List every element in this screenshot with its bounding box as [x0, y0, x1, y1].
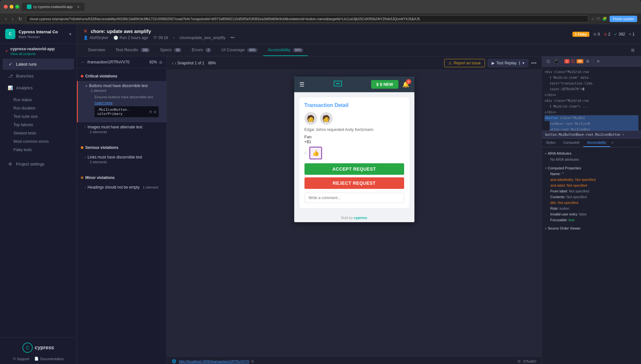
- run-separator: ›: [173, 36, 174, 40]
- tab-ui-coverage[interactable]: UI Coverage 49%: [217, 44, 262, 56]
- next-snapshot-button[interactable]: ›: [175, 61, 176, 66]
- learn-more-link[interactable]: Learn more: [95, 101, 112, 105]
- violation-buttons-header: ▾ Buttons must have discernible text: [86, 84, 162, 88]
- app-container: C Cypress Internal Co Mark Noonan ▾ ✕ cy…: [0, 24, 641, 364]
- target-icon[interactable]: ⊡: [154, 110, 156, 114]
- forward-button[interactable]: ›: [11, 16, 15, 22]
- cypress-logo-text: cypress: [35, 345, 54, 351]
- sidebar-item-latest-runs[interactable]: ✓ Latest runs: [3, 59, 74, 70]
- code-line-2: t MuiGrid-item" data-: [550, 75, 638, 81]
- minor-violations-section: Minor violations › Headings should not b…: [77, 170, 166, 195]
- copy-url-icon[interactable]: ⎘: [252, 360, 254, 363]
- notification-button[interactable]: 🔔 9: [402, 81, 409, 88]
- test-replay-button[interactable]: ▶ Test Replay 1 ▾: [487, 59, 529, 67]
- source-order-header[interactable]: ▸ Source Order Viewer: [545, 225, 638, 231]
- devtools-warn-badge: 46: [577, 59, 583, 63]
- tab-close-button[interactable]: ✕: [77, 5, 79, 9]
- more-options-button[interactable]: •••: [531, 60, 537, 66]
- documentation-link[interactable]: 📄 Documentation: [34, 357, 64, 361]
- sidebar-item-run-duration[interactable]: Run duration: [0, 104, 77, 112]
- browser-tab[interactable]: cy cypress-realworld-app ✕: [22, 3, 85, 11]
- reload-button[interactable]: ↻: [17, 16, 23, 22]
- url-bar[interactable]: [26, 15, 588, 22]
- copy-icon[interactable]: ⎘: [150, 110, 152, 114]
- tab-test-results[interactable]: Test Results 395: [111, 44, 154, 56]
- minimize-button[interactable]: [10, 5, 13, 9]
- run-more-icon[interactable]: •••: [230, 36, 235, 40]
- project-item[interactable]: ✕ cypress-realworld-app View all project…: [0, 44, 77, 58]
- sidebar-item-analytics[interactable]: 📊 Analytics: [3, 82, 74, 93]
- computed-properties-header[interactable]: ▾ Computed Properties: [545, 165, 638, 171]
- grid-view-icon[interactable]: ⊞: [631, 48, 635, 53]
- sidebar-item-flaky-tests[interactable]: Flaky tests: [0, 146, 77, 154]
- violation-item-buttons[interactable]: ▾ Buttons must have discernible text 1 e…: [77, 81, 166, 122]
- tab-specs[interactable]: Specs 58: [155, 44, 186, 56]
- critical-dot: [81, 75, 83, 77]
- aria-label-value: Not specified: [567, 183, 587, 187]
- back-button[interactable]: ‹: [4, 16, 8, 22]
- sidebar-item-test-suite-size[interactable]: Test suite size: [0, 112, 77, 121]
- sidebar-item-run-status[interactable]: Run status: [0, 96, 77, 104]
- tab-errors[interactable]: Errors 2: [187, 44, 216, 56]
- sender-avatar: 🧑: [304, 112, 317, 125]
- finish-update-button[interactable]: Finish update: [610, 16, 637, 22]
- source-order-label: Source Order Viewer: [548, 226, 581, 230]
- expand-icon-2: ▸: [545, 227, 546, 230]
- sidebar-item-slowest-tests[interactable]: Slowest tests: [0, 129, 77, 137]
- devtools-tab-accessibility[interactable]: Accessibility: [583, 139, 610, 147]
- sidebar-item-branches[interactable]: ⎇ Branches: [3, 70, 74, 82]
- aria-attributes-header[interactable]: ▸ ARIA Attributes: [545, 150, 638, 156]
- new-transaction-button[interactable]: $ $ NEW: [371, 80, 398, 89]
- sidebar-header[interactable]: C Cypress Internal Co Mark Noonan ▾: [0, 24, 77, 44]
- violation-headings-count: 1 element: [143, 185, 158, 189]
- source-order-section: ▸ Source Order Viewer: [545, 225, 638, 231]
- focusable-property: Focusable: true: [545, 217, 638, 223]
- preview-url[interactable]: http://localhost:3000/transaction/1RTRvV…: [179, 360, 249, 363]
- like-icon[interactable]: 👍: [312, 150, 319, 157]
- contents-value: Not specified: [566, 195, 587, 199]
- devtools-close-icon[interactable]: ✕: [595, 58, 601, 64]
- devtools-element-bar[interactable]: button.MuiButtonBase-root.MuiIconButton …: [542, 131, 641, 139]
- devtools-tab-computed[interactable]: Computed: [559, 139, 583, 147]
- back-arrow[interactable]: ←: [81, 60, 85, 65]
- violation-item-headings[interactable]: › Headings should not be empty 1 element: [77, 182, 166, 192]
- puzzle-icon[interactable]: 🧩: [602, 17, 607, 21]
- hamburger-icon[interactable]: ☰: [299, 81, 304, 88]
- title-property: title: Not specified: [545, 200, 638, 206]
- filter-icon[interactable]: ⊘: [159, 60, 162, 65]
- element-selector[interactable]: .MuiIconButton-colorPrimary ⎘ ⊡: [95, 106, 159, 117]
- sidebar-item-project-settings[interactable]: ⚙ Project settings: [3, 158, 74, 170]
- devtools-inspect-icon[interactable]: ⊡: [545, 58, 551, 64]
- report-issue-button[interactable]: ⚠ Report an issue: [444, 59, 485, 67]
- close-button[interactable]: [4, 5, 8, 9]
- org-info: Cypress Internal Co Mark Noonan: [19, 29, 66, 39]
- star-icon[interactable]: ☆: [591, 17, 595, 21]
- view-all-projects-link[interactable]: View all projects: [10, 52, 55, 56]
- preview-area: ‹ › Snapshot 1 of 1 89% ⚠ Report an issu…: [167, 56, 542, 364]
- devtools-device-icon[interactable]: 📱: [553, 58, 560, 64]
- maximize-button[interactable]: [15, 5, 19, 9]
- violation-item-images[interactable]: › Images must have alternate text 2 elem…: [77, 122, 166, 136]
- tab-accessibility[interactable]: Accessibility 90%: [263, 44, 307, 56]
- run-info: ✕ chore: update aws amplify 👤 AtofStryke…: [83, 28, 235, 40]
- transaction-title: Transaction Detail: [304, 102, 404, 108]
- tab-title: cy cypress-realworld-app: [33, 5, 72, 9]
- violation-links-title: Links must have discernible text: [87, 155, 142, 159]
- comment-input[interactable]: [304, 193, 404, 203]
- app-content: Transaction Detail 🧑 🧑 Edgar Johns reque…: [294, 92, 414, 213]
- devtools-tab-styles[interactable]: Styles: [542, 139, 559, 147]
- sidebar-item-top-failures[interactable]: Top failures: [0, 121, 77, 129]
- aria-labelledby-property: aria-labelledby: Not specified: [545, 177, 638, 182]
- devtools-settings-icon[interactable]: ⚙: [585, 58, 591, 64]
- role-label: Role:: [550, 206, 559, 210]
- support-link[interactable]: ⊙ Support: [13, 357, 29, 361]
- transaction-avatars: 🧑 🧑: [304, 112, 404, 125]
- reject-request-button[interactable]: REJECT REQUEST: [304, 177, 404, 189]
- run-author: 👤 AtofStryker: [83, 36, 108, 40]
- violation-item-links[interactable]: › Links must have discernible text 2 ele…: [77, 152, 166, 166]
- prev-snapshot-button[interactable]: ‹: [172, 61, 173, 66]
- more-tabs-icon[interactable]: »: [610, 139, 615, 147]
- sidebar-item-most-common-errors[interactable]: Most common errors: [0, 137, 77, 146]
- tab-overview[interactable]: Overview: [83, 44, 110, 56]
- accept-request-button[interactable]: ACCEPT REQUEST: [304, 163, 404, 175]
